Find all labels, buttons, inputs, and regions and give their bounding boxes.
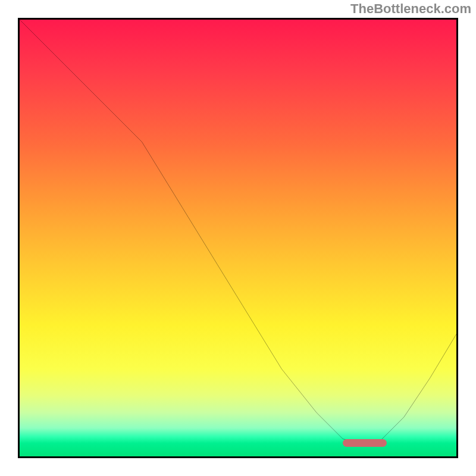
watermark-label: TheBottleneck.com — [350, 1, 471, 17]
bottleneck-curve — [20, 20, 456, 456]
chart-container: TheBottleneck.com — [0, 0, 476, 476]
optimal-range-marker — [343, 439, 386, 447]
plot-area — [18, 18, 458, 458]
